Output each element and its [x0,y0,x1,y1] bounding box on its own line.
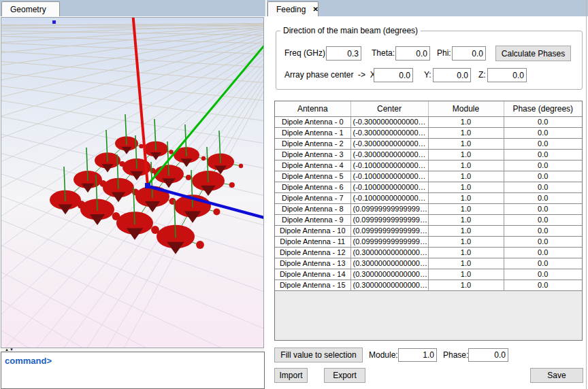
table-cell[interactable]: 0.0 [504,247,582,258]
table-cell[interactable]: Dipole Antenna - 15 [275,280,350,290]
freq-input[interactable] [326,46,361,61]
table-row[interactable]: Dipole Antenna - 3(-0.3000000000000…1.00… [275,149,582,160]
table-cell[interactable]: Dipole Antenna - 11 [275,236,350,247]
table-cell[interactable]: Dipole Antenna - 9 [275,214,350,225]
table-row[interactable]: Dipole Antenna - 15(0.30000000000000…1.0… [275,280,582,290]
table-cell[interactable]: (-0.1000000000000… [350,171,428,182]
phase-center-z-input[interactable] [487,68,527,82]
table-cell[interactable]: (-0.3000000000000… [350,116,428,127]
table-cell[interactable]: (0.09999999999999… [350,236,428,247]
table-cell[interactable]: (0.09999999999999… [350,214,428,225]
calculate-phases-button[interactable]: Calculate Phases [495,46,571,61]
table-cell[interactable]: 0.0 [504,116,582,127]
import-button[interactable]: Import [274,368,308,383]
table-cell[interactable]: 0.0 [504,149,582,160]
table-cell[interactable]: 0.0 [504,269,582,280]
table-cell[interactable]: Dipole Antenna - 3 [275,149,350,160]
geometry-3d-viewport[interactable] [1,17,264,348]
table-cell[interactable]: 0.0 [504,171,582,182]
table-row[interactable]: Dipole Antenna - 13(0.30000000000000…1.0… [275,258,582,269]
fill-value-button[interactable]: Fill value to selection [274,348,363,362]
table-cell[interactable]: Dipole Antenna - 5 [275,171,350,182]
table-row[interactable]: Dipole Antenna - 1(-0.3000000000000…1.00… [275,127,582,138]
table-cell[interactable]: 1.0 [428,258,504,269]
table-cell[interactable]: 1.0 [428,149,504,160]
tab-geometry[interactable]: Geometry [1,1,60,16]
footer-module-input[interactable] [398,348,437,362]
table-cell[interactable]: Dipole Antenna - 6 [275,182,350,192]
table-row[interactable]: Dipole Antenna - 6(-0.1000000000000…1.00… [275,182,582,192]
table-cell[interactable]: 1.0 [428,138,504,149]
table-row[interactable]: Dipole Antenna - 8(0.09999999999999…1.00… [275,203,582,214]
table-cell[interactable]: Dipole Antenna - 10 [275,225,350,236]
phase-center-y-input[interactable] [433,68,471,82]
table-cell[interactable]: 0.0 [504,258,582,269]
table-cell[interactable]: (-0.3000000000000… [350,127,428,138]
table-cell[interactable]: 1.0 [428,182,504,192]
table-row[interactable]: Dipole Antenna - 11(0.09999999999999…1.0… [275,236,582,247]
table-cell[interactable]: Dipole Antenna - 13 [275,258,350,269]
table-cell[interactable]: (-0.1000000000000… [350,182,428,192]
table-row[interactable]: Dipole Antenna - 4(-0.1000000000000…1.00… [275,160,582,171]
phi-input[interactable] [452,46,486,61]
table-cell[interactable]: (-0.1000000000000… [350,160,428,171]
table-cell[interactable]: 0.0 [504,280,582,290]
table-cell[interactable]: 0.0 [504,236,582,247]
table-cell[interactable]: (0.09999999999999… [350,203,428,214]
save-button[interactable]: Save [530,368,583,383]
table-row[interactable]: Dipole Antenna - 2(-0.3000000000000…1.00… [275,138,582,149]
table-cell[interactable]: 1.0 [428,116,504,127]
table-cell[interactable]: Dipole Antenna - 1 [275,127,350,138]
table-cell[interactable]: Dipole Antenna - 14 [275,269,350,280]
table-cell[interactable]: (0.30000000000000… [350,247,428,258]
table-cell[interactable]: Dipole Antenna - 4 [275,160,350,171]
command-console[interactable]: command> [1,352,265,389]
table-cell[interactable]: 1.0 [428,225,504,236]
table-cell[interactable]: (0.09999999999999… [350,225,428,236]
column-header-module[interactable]: Module [428,101,504,116]
table-cell[interactable]: 1.0 [428,203,504,214]
column-header-phase[interactable]: Phase (degrees) [504,101,582,116]
table-cell[interactable]: 0.0 [504,192,582,203]
table-cell[interactable]: 0.0 [504,203,582,214]
column-header-center[interactable]: Center [350,101,428,116]
table-cell[interactable]: Dipole Antenna - 2 [275,138,350,149]
table-cell[interactable]: 1.0 [428,160,504,171]
table-cell[interactable]: (0.30000000000000… [350,269,428,280]
table-row[interactable]: Dipole Antenna - 12(0.30000000000000…1.0… [275,247,582,258]
table-cell[interactable]: (0.30000000000000… [350,280,428,290]
table-cell[interactable]: Dipole Antenna - 0 [275,116,350,127]
table-row[interactable]: Dipole Antenna - 9(0.09999999999999…1.00… [275,214,582,225]
table-cell[interactable]: 0.0 [504,225,582,236]
table-cell[interactable]: 0.0 [504,160,582,171]
table-cell[interactable]: 1.0 [428,247,504,258]
table-cell[interactable]: 1.0 [428,171,504,182]
table-cell[interactable]: 1.0 [428,269,504,280]
table-cell[interactable]: Dipole Antenna - 8 [275,203,350,214]
table-cell[interactable]: 0.0 [504,214,582,225]
table-cell[interactable]: Dipole Antenna - 12 [275,247,350,258]
table-row[interactable]: Dipole Antenna - 14(0.30000000000000…1.0… [275,269,582,280]
table-row[interactable]: Dipole Antenna - 7(-0.1000000000000…1.00… [275,192,582,203]
table-cell[interactable]: 0.0 [504,182,582,192]
table-cell[interactable]: 1.0 [428,236,504,247]
table-cell[interactable]: 1.0 [428,192,504,203]
theta-input[interactable] [395,46,430,61]
table-row[interactable]: Dipole Antenna - 5(-0.1000000000000…1.00… [275,171,582,182]
export-button[interactable]: Export [324,368,365,383]
table-cell[interactable]: 0.0 [504,138,582,149]
table-cell[interactable]: 1.0 [428,127,504,138]
table-cell[interactable]: (-0.1000000000000… [350,192,428,203]
table-cell[interactable]: 1.0 [428,280,504,290]
antenna-table[interactable]: Antenna Center Module Phase (degrees) Di… [274,101,583,341]
table-cell[interactable]: (0.30000000000000… [350,258,428,269]
table-row[interactable]: Dipole Antenna - 0(-0.3000000000000…1.00… [275,116,582,127]
column-header-antenna[interactable]: Antenna [275,101,350,116]
table-cell[interactable]: 0.0 [504,127,582,138]
table-row[interactable]: Dipole Antenna - 10(0.09999999999999…1.0… [275,225,582,236]
table-cell[interactable]: 1.0 [428,214,504,225]
phase-center-x-input[interactable] [374,68,413,82]
close-icon[interactable]: ✕ [312,6,318,13]
table-cell[interactable]: Dipole Antenna - 7 [275,192,350,203]
table-cell[interactable]: (-0.3000000000000… [350,149,428,160]
